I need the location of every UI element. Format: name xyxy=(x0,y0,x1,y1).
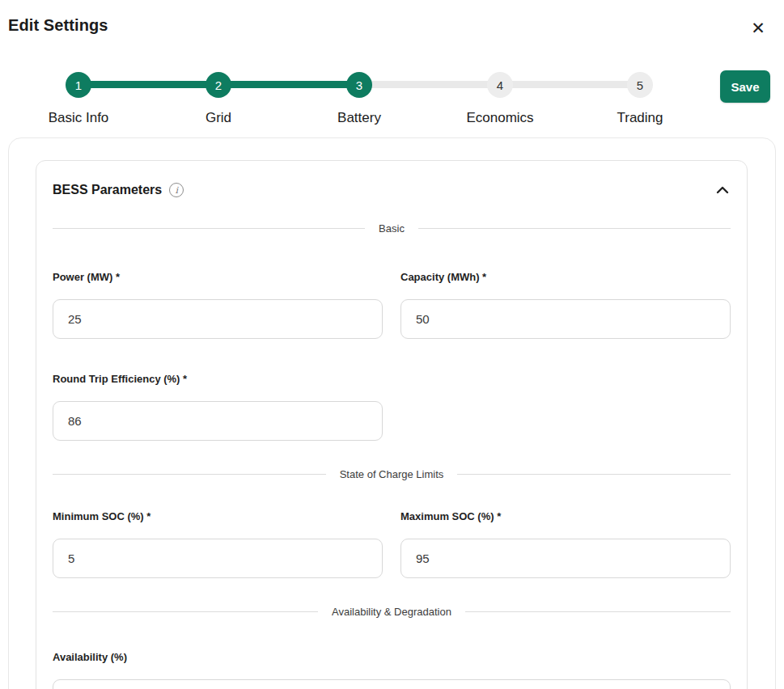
close-button[interactable]: ✕ xyxy=(744,15,772,42)
divider-line xyxy=(53,474,326,475)
page-title: Edit Settings xyxy=(8,16,108,35)
max-soc-label: Maximum SOC (%) * xyxy=(400,509,731,523)
capacity-label: Capacity (MWh) * xyxy=(400,270,731,284)
divider-label: Availability & Degradation xyxy=(332,606,451,618)
rte-input[interactable] xyxy=(53,401,383,441)
field-minimum-soc: Minimum SOC (%) * xyxy=(53,509,383,578)
rte-label: Round Trip Efficiency (%) * xyxy=(53,372,383,386)
availability-input[interactable] xyxy=(53,679,731,689)
step-label-grid[interactable]: Grid xyxy=(206,110,231,126)
close-icon: ✕ xyxy=(751,19,765,37)
divider-line xyxy=(418,228,731,229)
divider-availability-degradation: Availability & Degradation xyxy=(36,605,747,618)
min-soc-input[interactable] xyxy=(53,539,383,578)
divider-label: Basic xyxy=(379,222,405,235)
step-circle-trading[interactable]: 5 xyxy=(627,72,653,98)
field-spacer xyxy=(400,372,731,441)
field-round-trip-efficiency: Round Trip Efficiency (%) * xyxy=(53,372,383,441)
step-circle-battery[interactable]: 3 xyxy=(346,72,372,98)
step-label-battery[interactable]: Battery xyxy=(337,110,381,126)
card-header: BESS Parameters i xyxy=(36,161,747,197)
divider-line xyxy=(457,474,731,475)
save-button[interactable]: Save xyxy=(720,70,770,103)
power-label: Power (MW) * xyxy=(53,270,383,284)
max-soc-input[interactable] xyxy=(400,539,731,578)
step-label-basic-info[interactable]: Basic Info xyxy=(49,110,109,126)
chevron-up-icon xyxy=(716,186,729,194)
availability-label: Availability (%) xyxy=(53,650,731,664)
bess-parameters-card: BESS Parameters i Basic Power (MW) * Cap… xyxy=(36,160,748,689)
field-row-rte: Round Trip Efficiency (%) * xyxy=(36,372,747,441)
modal-header-area: Edit Settings ✕ 1 2 3 4 5 Basic Info Gri… xyxy=(0,0,784,137)
info-icon[interactable]: i xyxy=(169,183,184,197)
step-circle-basic-info[interactable]: 1 xyxy=(66,72,91,98)
field-row-soc: Minimum SOC (%) * Maximum SOC (%) * xyxy=(36,509,747,578)
divider-line xyxy=(465,611,731,612)
divider-line xyxy=(53,611,318,612)
divider-soc-limits: State of Charge Limits xyxy=(36,467,747,480)
divider-basic: Basic xyxy=(36,222,747,235)
capacity-input[interactable] xyxy=(400,299,731,339)
field-maximum-soc: Maximum SOC (%) * xyxy=(400,509,731,578)
field-row-power-capacity: Power (MW) * Capacity (MWh) * xyxy=(36,270,747,339)
card-title: BESS Parameters xyxy=(53,183,162,197)
min-soc-label: Minimum SOC (%) * xyxy=(53,509,383,523)
divider-line xyxy=(53,228,365,229)
field-row-availability: Availability (%) xyxy=(36,650,747,689)
field-capacity: Capacity (MWh) * xyxy=(400,270,731,339)
step-circle-grid[interactable]: 2 xyxy=(206,72,231,98)
divider-label: State of Charge Limits xyxy=(340,468,444,480)
power-input[interactable] xyxy=(53,299,383,339)
step-label-trading[interactable]: Trading xyxy=(617,110,663,126)
step-label-economics[interactable]: Economics xyxy=(466,110,533,126)
wizard-body-panel: BESS Parameters i Basic Power (MW) * Cap… xyxy=(8,137,776,689)
field-power: Power (MW) * xyxy=(53,270,383,339)
field-availability: Availability (%) xyxy=(53,650,731,689)
step-circle-economics[interactable]: 4 xyxy=(487,72,513,98)
collapse-section-button[interactable] xyxy=(714,184,731,196)
